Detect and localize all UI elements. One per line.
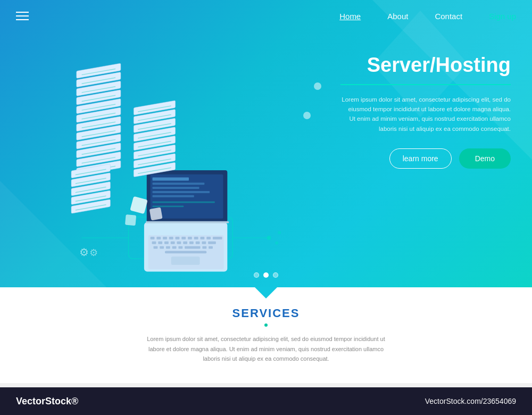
svg-rect-43: [153, 178, 189, 181]
demo-button[interactable]: Demo: [459, 148, 511, 169]
svg-rect-22: [158, 242, 162, 244]
svg-rect-46: [153, 191, 210, 193]
server-illustration: ⚙ ⚙: [16, 29, 314, 274]
svg-rect-33: [166, 246, 170, 249]
section-arrow: [254, 287, 278, 298]
server-svg: ⚙ ⚙: [27, 51, 303, 285]
slide-indicators: [254, 272, 278, 278]
svg-point-5: [275, 242, 278, 245]
svg-rect-29: [202, 242, 206, 244]
svg-rect-26: [183, 242, 187, 244]
hero-section: ⚙ ⚙: [0, 0, 532, 287]
svg-rect-24: [171, 242, 175, 244]
svg-rect-21: [152, 242, 156, 244]
hero-description: Lorem ipsum dolor sit amet, consectetur …: [340, 95, 511, 134]
svg-rect-39: [165, 251, 206, 253]
svg-rect-12: [163, 237, 167, 239]
hero-title: Server/Hosting: [340, 53, 511, 78]
svg-rect-16: [188, 237, 192, 239]
svg-rect-44: [153, 182, 205, 185]
svg-rect-40: [171, 256, 200, 265]
svg-rect-20: [213, 237, 222, 239]
svg-rect-17: [194, 237, 198, 239]
services-description: Lorem ipsum dolor sit amet, consectetur …: [133, 334, 399, 364]
svg-rect-49: [153, 205, 184, 207]
svg-text:⚙: ⚙: [89, 247, 98, 258]
svg-rect-32: [160, 246, 164, 249]
svg-rect-50: [146, 221, 229, 223]
svg-rect-101: [130, 196, 148, 214]
svg-rect-34: [172, 246, 177, 249]
services-section: SERVICES Lorem ipsum dolor sit amet, con…: [0, 287, 532, 383]
svg-rect-25: [177, 242, 181, 244]
svg-rect-102: [149, 207, 163, 220]
svg-text:⚙: ⚙: [79, 246, 89, 258]
floating-dot-1: [314, 82, 321, 90]
services-title: SERVICES: [232, 306, 300, 320]
svg-rect-13: [169, 237, 173, 239]
svg-rect-45: [153, 187, 200, 189]
header: Home About Contact Sign up: [0, 0, 532, 32]
svg-rect-27: [189, 242, 194, 244]
svg-rect-47: [153, 195, 194, 197]
svg-rect-10: [151, 237, 155, 239]
nav-signup[interactable]: Sign up: [489, 12, 516, 21]
svg-rect-48: [153, 202, 215, 203]
svg-rect-11: [156, 237, 161, 239]
svg-rect-15: [181, 237, 186, 239]
svg-rect-30: [208, 242, 216, 244]
slide-indicator-1[interactable]: [254, 272, 259, 278]
learn-more-button[interactable]: learn more: [389, 148, 452, 169]
svg-rect-35: [178, 246, 182, 249]
footer-brand-left: VectorStock®: [16, 396, 78, 407]
hero-buttons: learn more Demo: [340, 148, 511, 169]
services-dot: [264, 323, 268, 327]
footer: VectorStock® VectorStock.com/23654069: [0, 387, 532, 415]
svg-rect-103: [125, 214, 136, 226]
hamburger-menu[interactable]: [16, 12, 29, 20]
svg-rect-14: [176, 237, 180, 239]
svg-rect-38: [209, 246, 213, 249]
slide-indicator-2[interactable]: [263, 272, 269, 278]
slide-indicator-3[interactable]: [273, 272, 278, 278]
nav-contact[interactable]: Contact: [435, 12, 462, 21]
svg-point-3: [267, 236, 271, 240]
hero-content: Server/Hosting Lorem ipsum dolor sit ame…: [340, 53, 511, 169]
nav-home[interactable]: Home: [339, 12, 361, 21]
nav-about[interactable]: About: [387, 12, 408, 21]
svg-rect-18: [200, 237, 204, 239]
nav-links: Home About Contact Sign up: [339, 12, 516, 21]
hero-divider: [340, 84, 511, 85]
svg-rect-31: [153, 246, 157, 249]
footer-brand-right: VectorStock.com/23654069: [425, 397, 516, 405]
svg-rect-28: [196, 242, 200, 244]
svg-rect-23: [164, 242, 169, 244]
svg-rect-37: [202, 246, 206, 249]
svg-point-4: [278, 231, 281, 234]
svg-rect-19: [206, 237, 211, 239]
svg-rect-36: [185, 246, 200, 249]
